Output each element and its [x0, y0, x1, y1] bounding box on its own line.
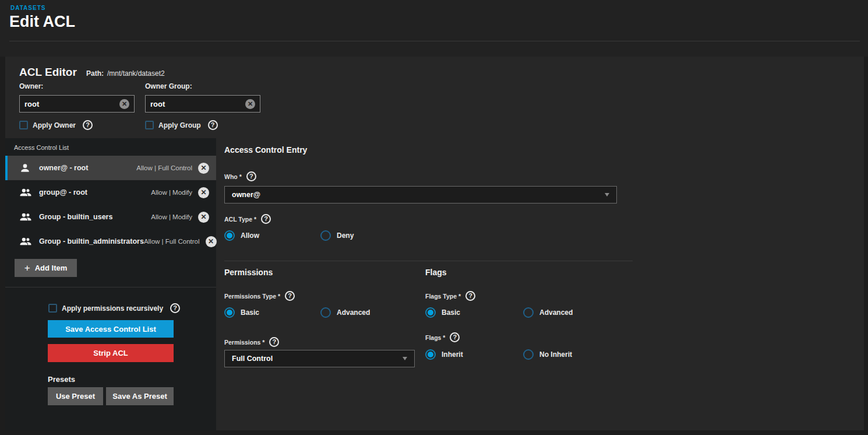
owner-input-value: root: [24, 100, 119, 108]
access-control-entry-panel: Access Control Entry Who * ? owner@ ACL …: [216, 138, 864, 430]
permissions-select[interactable]: Full Control: [224, 350, 415, 367]
presets-title: Presets: [48, 375, 75, 384]
owner-group-input-value: root: [150, 100, 245, 108]
acl-row-name: owner@ - root: [39, 164, 136, 172]
flags-type-basic-label: Basic: [442, 308, 460, 317]
radio-selected-icon: [425, 349, 436, 360]
page-title: Edit ACL: [9, 13, 75, 31]
owner-clear-icon[interactable]: ✕: [119, 99, 129, 109]
flags-type-basic-radio[interactable]: Basic: [425, 307, 460, 318]
acl-type-allow-radio[interactable]: Allow: [224, 230, 259, 241]
flags-label-row: Flags * ?: [425, 332, 460, 342]
header-divider: [9, 41, 860, 41]
radio-unselected-icon: [320, 230, 331, 241]
owner-group-label: Owner Group:: [145, 82, 192, 90]
acl-row-permission: Allow | Modify: [151, 189, 192, 196]
radio-selected-icon: [224, 307, 235, 318]
apply-group-row: Apply Group ?: [145, 120, 218, 130]
who-select-value: owner@: [232, 191, 605, 199]
permissions-type-help-icon[interactable]: ?: [285, 291, 295, 301]
delete-entry-icon[interactable]: ✕: [198, 187, 209, 198]
acl-row-group[interactable]: group@ - root Allow | Modify ✕: [5, 180, 216, 205]
acl-row-builtin-users[interactable]: Group - builtin_users Allow | Modify ✕: [5, 205, 216, 229]
acl-row-name: Group - builtin_administrators: [39, 237, 144, 245]
permissions-help-icon[interactable]: ?: [269, 337, 279, 347]
use-preset-button[interactable]: Use Preset: [48, 387, 103, 405]
acl-row-permission: Allow | Full Control: [144, 238, 200, 245]
flags-type-advanced-radio[interactable]: Advanced: [523, 307, 573, 318]
permissions-type-basic-label: Basic: [241, 308, 259, 317]
breadcrumb-datasets[interactable]: DATASETS: [10, 5, 45, 11]
acl-type-label: ACL Type *: [224, 216, 256, 223]
acl-type-label-row: ACL Type * ?: [224, 214, 271, 224]
apply-group-help-icon[interactable]: ?: [208, 120, 218, 130]
acl-row-permission: Allow | Modify: [151, 213, 192, 220]
chevron-down-icon: [605, 193, 609, 197]
owner-group-clear-icon[interactable]: ✕: [245, 99, 255, 109]
flags-type-label-row: Flags Type * ?: [425, 291, 475, 301]
acl-row-permission: Allow | Full Control: [136, 164, 192, 171]
acl-editor-title: ACL Editor: [19, 66, 77, 79]
flags-type-advanced-label: Advanced: [539, 308, 573, 317]
strip-acl-button[interactable]: Strip ACL: [48, 344, 174, 362]
dataset-path: Path:/mnt/tank/dataset2: [86, 69, 165, 78]
recursive-row: Apply permissions recursively ?: [48, 303, 180, 313]
apply-group-checkbox[interactable]: [145, 121, 154, 129]
flags-help-icon[interactable]: ?: [450, 332, 460, 342]
permissions-type-advanced-label: Advanced: [337, 308, 370, 317]
access-control-list-title: Access Control List: [14, 144, 69, 151]
permissions-label-row: Permissions * ?: [224, 337, 279, 347]
apply-owner-row: Apply Owner ?: [19, 120, 93, 130]
permissions-label: Permissions *: [224, 339, 264, 346]
plus-icon: +: [24, 262, 30, 274]
flags-label: Flags *: [425, 334, 445, 341]
radio-selected-icon: [224, 230, 235, 241]
who-label: Who *: [224, 173, 242, 180]
flags-type-label: Flags Type *: [425, 293, 461, 300]
acl-editor-card: ACL Editor Path:/mnt/tank/dataset2 Owner…: [5, 57, 864, 430]
apply-owner-label: Apply Owner: [33, 121, 76, 129]
permissions-type-advanced-radio[interactable]: Advanced: [320, 307, 370, 318]
owner-group-input[interactable]: root ✕: [145, 95, 260, 113]
acl-type-deny-radio[interactable]: Deny: [320, 230, 354, 241]
recursive-help-icon[interactable]: ?: [170, 303, 180, 313]
delete-entry-icon[interactable]: ✕: [206, 236, 217, 247]
who-select[interactable]: owner@: [224, 186, 617, 204]
group-icon: [19, 187, 32, 198]
flags-title: Flags: [425, 268, 447, 277]
recursive-label: Apply permissions recursively: [62, 304, 163, 313]
radio-unselected-icon: [320, 307, 331, 318]
radio-unselected-icon: [523, 349, 534, 360]
acl-type-help-icon[interactable]: ?: [261, 214, 271, 224]
owner-input[interactable]: root ✕: [19, 95, 135, 113]
acl-editor-section: ACL Editor Path:/mnt/tank/dataset2 Owner…: [5, 57, 864, 138]
add-item-button[interactable]: + Add Item: [15, 259, 77, 277]
user-icon: [19, 162, 32, 174]
acl-rows: owner@ - root Allow | Full Control ✕ gro…: [5, 156, 216, 254]
acl-row-owner[interactable]: owner@ - root Allow | Full Control ✕: [5, 156, 216, 180]
radio-selected-icon: [425, 307, 436, 318]
flags-inherit-label: Inherit: [442, 350, 463, 359]
acl-row-builtin-administrators[interactable]: Group - builtin_administrators Allow | F…: [5, 229, 216, 254]
flags-inherit-radio[interactable]: Inherit: [425, 349, 463, 360]
flags-type-help-icon[interactable]: ?: [465, 291, 475, 301]
owner-label: Owner:: [19, 82, 43, 90]
delete-entry-icon[interactable]: ✕: [198, 163, 209, 174]
delete-entry-icon[interactable]: ✕: [198, 212, 209, 223]
save-acl-button[interactable]: Save Access Control List: [48, 320, 174, 338]
flags-no-inherit-radio[interactable]: No Inherit: [523, 349, 572, 360]
entry-divider: [224, 261, 633, 261]
permissions-title: Permissions: [224, 268, 273, 277]
apply-group-label: Apply Group: [158, 121, 201, 129]
apply-owner-checkbox[interactable]: [19, 121, 28, 129]
access-control-entry-title: Access Control Entry: [224, 145, 307, 155]
recursive-checkbox[interactable]: [48, 304, 57, 313]
permissions-type-basic-radio[interactable]: Basic: [224, 307, 259, 318]
permissions-type-label: Permissions Type *: [224, 293, 280, 300]
permissions-type-label-row: Permissions Type * ?: [224, 291, 295, 301]
save-as-preset-button[interactable]: Save As Preset: [106, 387, 174, 405]
who-help-icon[interactable]: ?: [246, 171, 256, 181]
who-label-row: Who * ?: [224, 171, 256, 181]
apply-owner-help-icon[interactable]: ?: [83, 120, 93, 130]
acl-type-allow-label: Allow: [241, 231, 259, 240]
